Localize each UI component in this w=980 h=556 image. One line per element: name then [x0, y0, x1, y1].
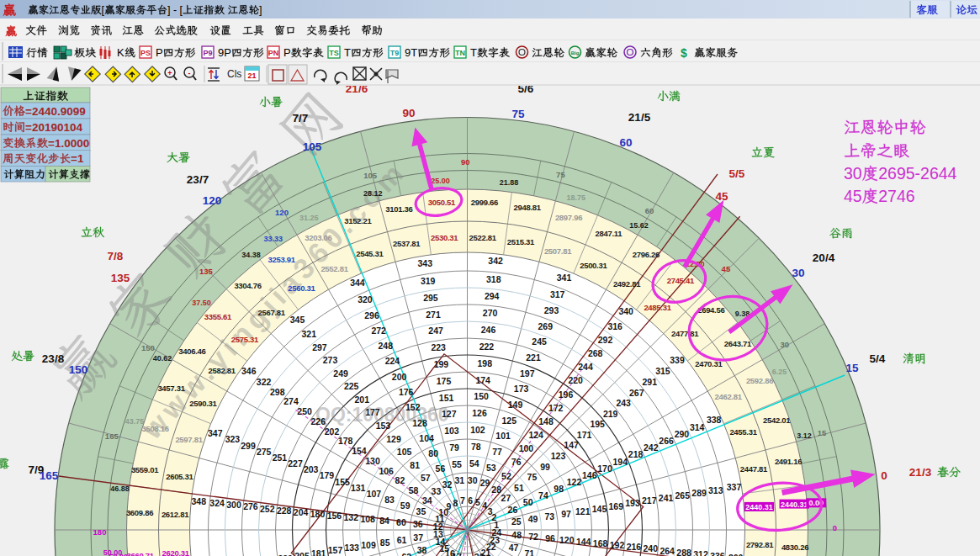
svg-text:3253.91: 3253.91	[268, 255, 295, 264]
svg-text:2462.81: 2462.81	[714, 392, 742, 401]
svg-text:180: 180	[310, 509, 326, 519]
svg-text:240: 240	[644, 543, 659, 553]
svg-text:216: 216	[627, 542, 642, 552]
svg-text:223: 223	[431, 342, 446, 352]
svg-text:246: 246	[481, 325, 496, 335]
svg-text:337: 337	[727, 482, 742, 492]
svg-text:275: 275	[257, 447, 272, 457]
svg-text:2500.31: 2500.31	[580, 261, 607, 270]
svg-text:2507.81: 2507.81	[544, 246, 572, 256]
svg-text:2560.31: 2560.31	[288, 283, 315, 293]
svg-text:347: 347	[208, 428, 223, 438]
svg-text:37: 37	[413, 532, 423, 543]
svg-text:249: 249	[333, 368, 348, 379]
svg-text:28.12: 28.12	[363, 189, 383, 198]
svg-text:226: 226	[311, 416, 326, 426]
svg-text:150: 150	[141, 343, 155, 352]
svg-text:P9: P9	[203, 49, 212, 57]
svg-text:128: 128	[412, 418, 427, 428]
svg-text:Big: Big	[571, 50, 580, 56]
svg-text:25: 25	[511, 516, 522, 527]
svg-text:75: 75	[556, 170, 565, 179]
svg-text:2455.31: 2455.31	[729, 427, 757, 437]
svg-text:2847.11: 2847.11	[596, 229, 623, 238]
svg-text:121: 121	[575, 506, 591, 516]
svg-text:104: 104	[419, 433, 434, 443]
svg-text:174: 174	[475, 375, 490, 385]
svg-text:47: 47	[509, 543, 519, 553]
svg-text:0: 0	[833, 523, 837, 532]
svg-text:181: 181	[311, 548, 326, 556]
svg-text:135: 135	[199, 267, 214, 276]
svg-text:247: 247	[428, 326, 443, 336]
svg-text:120: 120	[203, 194, 222, 207]
svg-text:2582.81: 2582.81	[208, 366, 236, 375]
svg-text:84: 84	[379, 516, 389, 526]
svg-text:264: 264	[660, 546, 675, 556]
svg-text:40.62: 40.62	[153, 354, 172, 363]
svg-text:76: 76	[511, 457, 522, 467]
svg-text:227: 227	[288, 458, 303, 469]
svg-text:2530.31: 2530.31	[431, 233, 458, 242]
svg-text:338: 338	[707, 415, 722, 425]
svg-text:30: 30	[792, 267, 804, 279]
svg-text:179: 179	[320, 470, 335, 480]
svg-text:43.75: 43.75	[125, 417, 145, 426]
svg-text:60: 60	[619, 136, 632, 149]
svg-text:52: 52	[501, 471, 511, 481]
svg-text:340: 340	[618, 306, 633, 316]
svg-text:251: 251	[273, 453, 288, 463]
svg-text:30: 30	[844, 164, 862, 183]
svg-text:199: 199	[434, 359, 449, 369]
svg-text:318: 318	[486, 274, 501, 284]
svg-text:P: P	[156, 46, 163, 59]
svg-text:3559.01: 3559.01	[131, 465, 159, 474]
svg-text:173: 173	[514, 384, 529, 394]
svg-text:125: 125	[502, 416, 517, 426]
svg-text:317: 317	[550, 289, 565, 299]
svg-text:7/8: 7/8	[108, 250, 124, 262]
svg-text:82: 82	[395, 475, 405, 485]
svg-text:2612.81: 2612.81	[162, 510, 189, 519]
svg-text:45: 45	[722, 264, 731, 273]
svg-text:220: 220	[568, 375, 583, 385]
svg-text:151: 151	[439, 393, 454, 403]
svg-text:2620.31: 2620.31	[162, 548, 189, 556]
svg-text:336: 336	[710, 551, 725, 556]
svg-text:100: 100	[519, 443, 534, 453]
svg-text:177: 177	[365, 407, 380, 417]
svg-text:360: 360	[728, 553, 744, 556]
svg-text:2592.86: 2592.86	[746, 376, 773, 385]
svg-text:345: 345	[290, 315, 305, 325]
svg-text:32: 32	[442, 479, 453, 490]
svg-text:P: P	[283, 46, 291, 59]
svg-text:PS: PS	[140, 49, 151, 57]
svg-text:2605.31: 2605.31	[166, 472, 193, 481]
svg-text:3.12: 3.12	[797, 432, 812, 440]
svg-text:122: 122	[567, 477, 582, 487]
svg-text:3050.51: 3050.51	[428, 198, 456, 207]
svg-text:2537.81: 2537.81	[393, 239, 421, 248]
svg-text:272: 272	[371, 326, 386, 336]
svg-text:170: 170	[597, 463, 612, 474]
svg-text:55: 55	[452, 459, 462, 469]
svg-text:2440.31: 2440.31	[781, 500, 808, 509]
svg-text:97: 97	[561, 509, 571, 519]
svg-text:289: 289	[691, 488, 707, 498]
svg-text:3508.16: 3508.16	[141, 424, 168, 433]
svg-text:322: 322	[257, 377, 272, 387]
svg-text:288: 288	[676, 548, 691, 556]
svg-text:268: 268	[588, 348, 603, 358]
svg-text:201: 201	[355, 394, 370, 405]
svg-text:0: 0	[881, 469, 887, 482]
svg-text:171: 171	[577, 430, 592, 440]
svg-text:165: 165	[105, 432, 119, 441]
svg-text:217: 217	[642, 495, 657, 506]
svg-text:3152.21: 3152.21	[344, 216, 372, 225]
svg-text:150: 150	[474, 391, 489, 401]
svg-text:149: 149	[508, 400, 523, 410]
svg-text:85: 85	[380, 537, 390, 548]
svg-text:$: $	[681, 46, 687, 60]
svg-text:2522.81: 2522.81	[469, 233, 497, 242]
svg-text:193: 193	[625, 498, 640, 508]
